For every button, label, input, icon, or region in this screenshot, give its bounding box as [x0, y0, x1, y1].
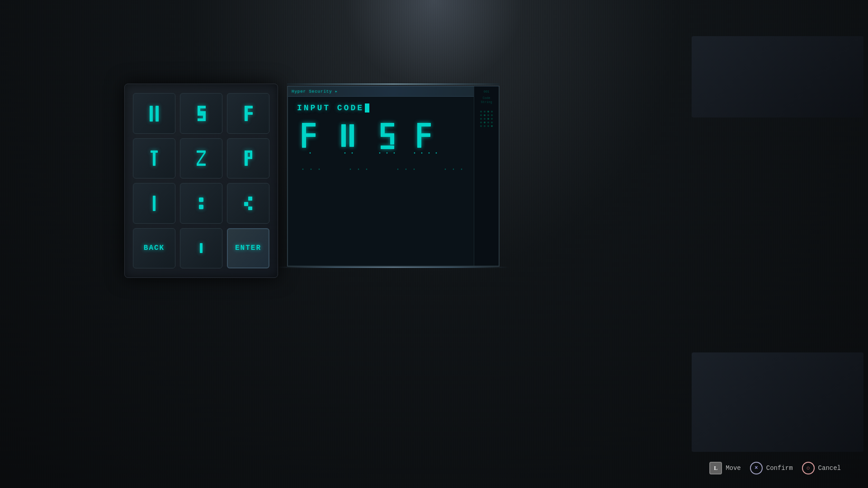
svg-rect-15: [153, 196, 156, 211]
keypad-enter-button[interactable]: ENTER: [227, 228, 269, 269]
svg-rect-33: [417, 123, 431, 127]
svg-rect-10: [197, 164, 206, 166]
svg-point-54: [491, 125, 493, 127]
svg-rect-24: [306, 133, 316, 137]
bottom-controls: L Move × Confirm ○ Cancel: [709, 462, 841, 474]
svg-rect-4: [245, 106, 253, 108]
svg-point-38: [491, 111, 493, 113]
code-symbol-2: [335, 122, 363, 149]
code-char-1: •: [297, 122, 324, 156]
svg-point-48: [484, 122, 486, 123]
code-char-4: • • • •: [412, 122, 439, 156]
enter-label: ENTER: [235, 244, 261, 252]
cancel-label: Cancel: [818, 465, 841, 472]
svg-rect-5: [248, 112, 253, 115]
screen-title: Hyper Security ▸: [292, 89, 338, 94]
svg-point-44: [484, 118, 486, 120]
svg-point-45: [487, 118, 489, 120]
control-cancel: ○ Cancel: [802, 462, 841, 474]
svg-point-43: [480, 118, 482, 120]
code-dots-3: • • •: [378, 151, 396, 156]
svg-point-37: [487, 111, 489, 113]
keypad-back-button[interactable]: BACK: [133, 228, 175, 269]
svg-rect-19: [244, 202, 248, 206]
screen-display: Hyper Security ▸ ✕ INPUT CODE: [287, 86, 500, 267]
svg-rect-16: [199, 197, 203, 202]
svg-rect-1: [156, 106, 159, 122]
svg-rect-17: [199, 205, 203, 209]
keypad-panel: BACK ENTER: [124, 84, 278, 278]
text-cursor: [365, 103, 369, 113]
x-button[interactable]: ×: [750, 462, 763, 474]
code-char-2: • •: [335, 122, 363, 156]
svg-rect-25: [341, 124, 346, 147]
code-symbol-3: [374, 122, 401, 149]
side-panel-label-2: Code String: [476, 96, 497, 104]
svg-point-42: [491, 114, 493, 116]
svg-marker-2: [198, 106, 206, 121]
svg-rect-20: [248, 206, 252, 210]
keypad-button-10[interactable]: [180, 228, 222, 269]
screen-top-line: [287, 84, 500, 84]
keypad-button-5[interactable]: [180, 138, 222, 179]
svg-rect-18: [248, 197, 252, 201]
svg-point-53: [487, 125, 489, 127]
right-machinery-top: [692, 36, 863, 117]
svg-point-40: [484, 114, 486, 116]
svg-point-49: [487, 122, 489, 123]
right-machinery-bottom: [692, 352, 863, 452]
svg-point-46: [491, 118, 493, 120]
svg-point-52: [484, 125, 486, 127]
keypad-button-8[interactable]: [180, 183, 222, 224]
keypad-button-6[interactable]: [227, 138, 269, 179]
svg-point-39: [480, 114, 482, 116]
code-symbol-1: [297, 122, 324, 149]
svg-rect-14: [250, 150, 252, 159]
screen-header: Hyper Security ▸ ✕: [288, 86, 499, 97]
svg-point-47: [480, 122, 482, 123]
svg-point-35: [480, 111, 482, 113]
side-panel-label-1: 001: [484, 90, 490, 94]
svg-rect-0: [150, 106, 153, 122]
keypad-button-9[interactable]: [227, 183, 269, 224]
screen-content: INPUT CODE •: [288, 97, 499, 263]
screen-side-panel: 001 Code String: [474, 86, 499, 266]
l-button[interactable]: L: [709, 462, 722, 474]
svg-rect-31: [381, 145, 394, 149]
svg-rect-26: [349, 124, 354, 147]
code-dots-2: • •: [344, 151, 354, 156]
keypad-button-2[interactable]: [180, 93, 222, 134]
code-dots-4: • • • •: [413, 151, 439, 156]
code-symbol-4: [412, 122, 439, 149]
keypad-button-4[interactable]: [133, 138, 175, 179]
code-dots-1: •: [309, 151, 312, 156]
o-button[interactable]: ○: [802, 462, 815, 474]
svg-rect-22: [302, 123, 306, 148]
svg-rect-6: [153, 150, 156, 166]
control-move: L Move: [709, 462, 741, 474]
svg-point-36: [484, 111, 486, 113]
keypad-button-1[interactable]: [133, 93, 175, 134]
svg-rect-7: [151, 150, 158, 153]
svg-rect-30: [390, 133, 394, 145]
control-confirm: × Confirm: [750, 462, 793, 474]
svg-rect-23: [302, 123, 316, 127]
confirm-label: Confirm: [766, 465, 793, 472]
screen-panel: Hyper Security ▸ ✕ INPUT CODE: [287, 86, 500, 267]
code-char-3: • • •: [374, 122, 401, 156]
svg-point-50: [491, 122, 493, 123]
screen-bottom-dots-1: • • • • • • • • • • • •: [297, 167, 490, 172]
svg-point-51: [480, 125, 482, 127]
back-label: BACK: [144, 244, 165, 252]
side-panel-grid: [478, 109, 495, 127]
svg-rect-34: [421, 133, 430, 137]
code-display: • • •: [297, 122, 490, 156]
move-label: Move: [726, 465, 741, 472]
svg-point-41: [487, 114, 489, 116]
keypad-button-3[interactable]: [227, 93, 269, 134]
screen-bottom-line: [278, 267, 509, 268]
svg-marker-9: [197, 153, 206, 164]
svg-rect-8: [197, 150, 206, 153]
svg-rect-28: [381, 123, 385, 134]
keypad-button-7[interactable]: [133, 183, 175, 224]
